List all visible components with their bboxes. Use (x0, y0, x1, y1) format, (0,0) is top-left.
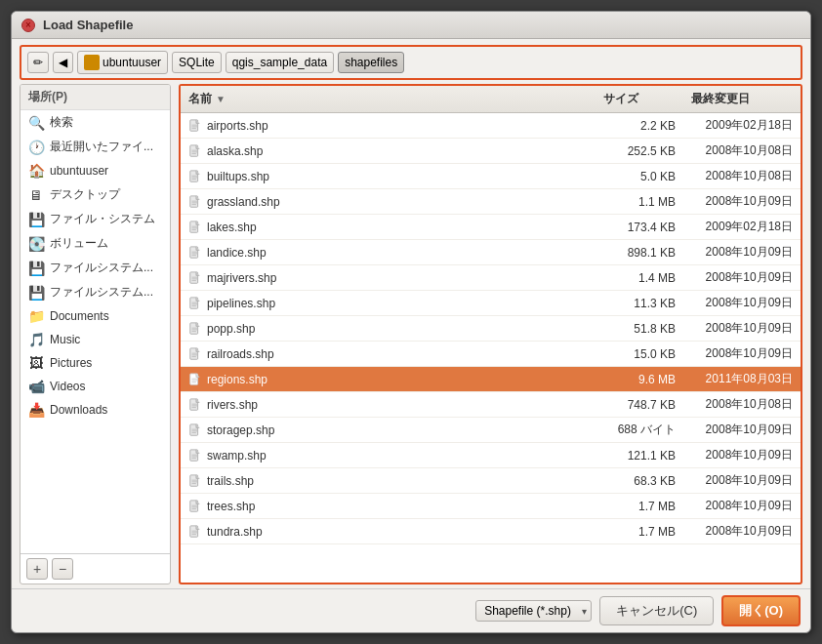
file-name: regions.shp (181, 369, 596, 389)
file-size: 252.5 KB (596, 141, 683, 161)
table-row[interactable]: storagep.shp 688 バイト 2008年10月09日 (181, 418, 801, 443)
sidebar-item-label: Pictures (50, 356, 92, 370)
file-icon (188, 221, 202, 234)
file-size: 51.8 KB (596, 318, 683, 339)
sidebar-item-volume[interactable]: 💽 ボリューム (21, 231, 170, 256)
open-button[interactable]: 開く(O) (721, 595, 801, 626)
file-size: 173.4 KB (596, 217, 683, 237)
file-date: 2008年10月09日 (683, 191, 801, 212)
sidebar-section-header: 場所(P) (21, 85, 170, 110)
sidebar-item-ubuntuuser[interactable]: 🏠 ubuntuuser (21, 159, 170, 182)
file-type-select[interactable]: Shapefile (*.shp)All Files (*) (475, 600, 592, 622)
file-name: airports.shp (181, 115, 596, 136)
table-row[interactable]: rivers.shp 748.7 KB 2008年10月08日 (181, 392, 801, 418)
edit-path-button[interactable]: ✏ (27, 52, 49, 73)
close-button[interactable]: × (21, 19, 35, 32)
filesystem3-icon: 💾 (28, 285, 44, 301)
bottom-bar: Shapefile (*.shp)All Files (*) キャンセル(C) … (12, 588, 810, 632)
sidebar-item-videos[interactable]: 📹 Videos (21, 375, 170, 398)
file-icon (188, 322, 202, 336)
pictures-icon: 🖼 (28, 355, 44, 371)
table-row[interactable]: pipelines.shp 11.3 KB 2008年10月09日 (181, 291, 801, 316)
sidebar-item-label: 最近開いたファイ... (50, 139, 153, 155)
breadcrumb-ubuntuuser[interactable]: ubuntuuser (77, 51, 168, 74)
file-date: 2008年10月09日 (683, 318, 801, 339)
sidebar-item-search[interactable]: 🔍 検索 (21, 110, 170, 135)
file-name: trees.shp (181, 496, 596, 516)
sidebar-item-downloads[interactable]: 📥 Downloads (21, 398, 170, 422)
dialog-title: Load Shapefile (43, 18, 133, 32)
sidebar-add-button[interactable]: + (26, 558, 48, 580)
breadcrumb-shapefiles[interactable]: shapefiles (338, 52, 404, 73)
table-row[interactable]: tundra.shp 1.7 MB 2008年10月09日 (181, 519, 801, 544)
desktop-icon: 🖥 (28, 187, 44, 203)
table-row[interactable]: trees.shp 1.7 MB 2008年10月09日 (181, 494, 801, 519)
sidebar-remove-button[interactable]: − (52, 558, 73, 580)
col-header-size: サイズ (596, 89, 683, 109)
table-row[interactable]: trails.shp 68.3 KB 2008年10月09日 (181, 468, 801, 494)
file-icon (188, 297, 202, 310)
sidebar-item-pictures[interactable]: 🖼 Pictures (21, 351, 170, 375)
sidebar-spacer (21, 422, 170, 553)
file-name: lakes.shp (181, 217, 596, 237)
sidebar-item-filesystem2[interactable]: 💾 ファイルシステム... (21, 256, 170, 280)
breadcrumb-qgis-sample-data[interactable]: qgis_sample_data (226, 52, 334, 73)
file-size: 1.4 MB (596, 267, 683, 288)
sidebar-item-label: ボリューム (50, 235, 108, 252)
table-row[interactable]: railroads.shp 15.0 KB 2008年10月09日 (181, 342, 801, 367)
sidebar-item-documents[interactable]: 📁 Documents (21, 304, 170, 328)
table-row[interactable]: builtups.shp 5.0 KB 2008年10月08日 (181, 164, 801, 189)
filesystem2-icon: 💾 (28, 261, 44, 276)
table-row[interactable]: airports.shp 2.2 KB 2009年02月18日 (181, 113, 801, 139)
file-size: 1.1 MB (596, 191, 683, 212)
sidebar-item-label: デスクトップ (50, 186, 120, 203)
ubuntuuser-icon: 🏠 (28, 163, 44, 179)
file-size: 9.6 MB (596, 369, 683, 389)
file-name: pipelines.shp (181, 293, 596, 313)
folder-icon (84, 55, 100, 70)
sidebar-item-label: Videos (50, 380, 85, 393)
table-row[interactable]: popp.shp 51.8 KB 2008年10月09日 (181, 316, 801, 342)
sidebar-buttons: + − (21, 553, 170, 584)
file-list-panel: 名前 ▼ サイズ 最終変更日 airports.shp 2.2 KB (179, 84, 802, 584)
file-icon (188, 271, 202, 285)
table-row[interactable]: swamp.shp 121.1 KB 2008年10月09日 (181, 443, 801, 468)
table-row[interactable]: alaska.shp 252.5 KB 2008年10月08日 (181, 139, 801, 164)
file-size: 1.7 MB (596, 496, 683, 516)
downloads-icon: 📥 (28, 402, 44, 418)
sidebar-items-container: 🔍 検索 🕐 最近開いたファイ... 🏠 ubuntuuser 🖥 デスクトップ… (21, 110, 170, 422)
file-icon (188, 195, 202, 209)
back-button[interactable]: ◀ (53, 52, 73, 73)
volume-icon: 💽 (28, 236, 44, 252)
file-date: 2008年10月09日 (683, 470, 801, 491)
file-name: builtups.shp (181, 166, 596, 186)
file-name: swamp.shp (181, 445, 596, 465)
sort-arrow-icon: ▼ (216, 94, 226, 104)
main-content: 場所(P) 🔍 検索 🕐 最近開いたファイ... 🏠 ubuntuuser 🖥 … (12, 84, 810, 588)
sidebar-item-label: Documents (50, 309, 109, 323)
table-row[interactable]: regions.shp 9.6 MB 2011年08月03日 (181, 367, 801, 392)
file-icon (188, 500, 202, 513)
sidebar-item-desktop[interactable]: 🖥 デスクトップ (21, 182, 170, 207)
breadcrumb-sqlite[interactable]: SQLite (172, 52, 222, 73)
file-date: 2008年10月09日 (683, 293, 801, 313)
file-name: railroads.shp (181, 343, 596, 364)
table-row[interactable]: grassland.shp 1.1 MB 2008年10月09日 (181, 189, 801, 215)
sidebar-item-filesystem1[interactable]: 💾 ファイル・システム (21, 207, 170, 231)
file-name: tundra.shp (181, 521, 596, 542)
file-name: storagep.shp (181, 420, 596, 440)
sidebar-item-filesystem3[interactable]: 💾 ファイルシステム... (21, 280, 170, 304)
file-type-wrapper: Shapefile (*.shp)All Files (*) (475, 600, 592, 622)
table-row[interactable]: lakes.shp 173.4 KB 2009年02月18日 (181, 215, 801, 240)
file-date: 2008年10月09日 (683, 267, 801, 288)
file-size: 688 バイト (596, 420, 683, 440)
file-icon (188, 398, 202, 412)
sidebar-item-recent[interactable]: 🕐 最近開いたファイ... (21, 135, 170, 159)
file-size: 68.3 KB (596, 470, 683, 491)
cancel-button[interactable]: キャンセル(C) (599, 596, 714, 625)
sidebar-item-music[interactable]: 🎵 Music (21, 328, 170, 351)
table-row[interactable]: majrivers.shp 1.4 MB 2008年10月09日 (181, 265, 801, 291)
sidebar-item-label: 検索 (50, 114, 73, 131)
sidebar-item-label: ファイル・システム (50, 211, 155, 227)
table-row[interactable]: landice.shp 898.1 KB 2008年10月09日 (181, 240, 801, 265)
